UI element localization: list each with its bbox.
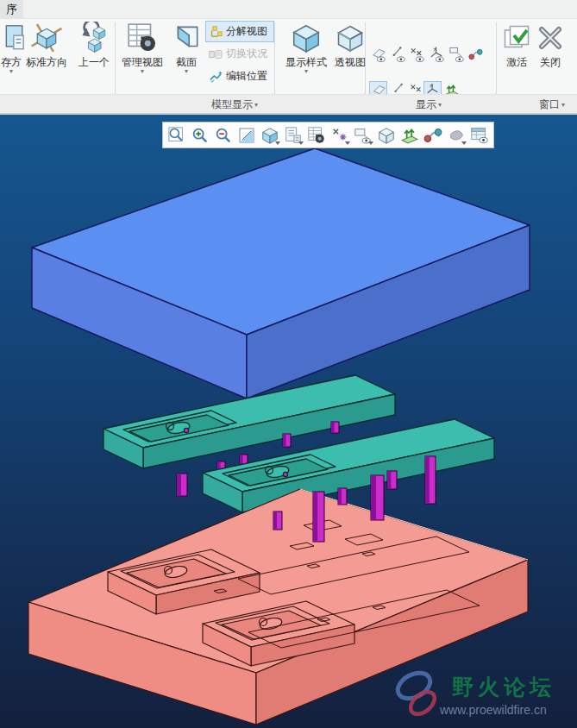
edit-position-icon [209,70,223,84]
dropdown-arrow-icon: ▾ [185,68,188,75]
watermark-title: 野火论坛 [452,673,555,701]
perspective-icon [335,21,366,55]
molded-part-cavity-1 [166,420,191,435]
repaint-icon[interactable] [235,124,258,147]
edit-position-button[interactable]: 编辑位置 [205,66,274,87]
dropdown-arrow-icon: ▾ [9,68,13,75]
explode-toggle-icon[interactable] [398,124,421,147]
view-manager-icon[interactable] [305,124,328,147]
csys-display-toggle[interactable] [428,45,446,63]
molded-part-cavity-2 [266,464,290,479]
watermark-url: www.proewildfire.cn [440,703,547,717]
display-style-cube-icon[interactable] [259,124,281,147]
group-label-display[interactable]: 显示 [416,97,442,112]
exploded-assembly [0,115,577,728]
manage-views-icon [126,21,159,55]
annotation-display-toggle[interactable] [448,45,466,63]
in-graphics-toolbar [162,122,494,148]
component-interface-icon[interactable] [422,124,444,147]
spin-center-icon[interactable] [375,124,398,147]
manage-views-button[interactable]: 管理视图 ▾ [119,21,166,93]
switch-state-icon [209,47,223,61]
switch-state-button: 切换状况 [205,43,274,65]
interface-display-toggle[interactable] [467,45,485,63]
perspective-button[interactable]: 透视图 [331,21,369,93]
previous-view-button[interactable]: 上一个 [74,21,114,93]
tab-fragment[interactable]: 序 [0,0,23,19]
zoom-out-icon[interactable] [212,124,235,147]
ribbon: 存方 ▾ 标准方向 [0,19,577,115]
plane-display-toggle[interactable] [369,45,387,63]
ribbon-tab-bar: 序 [0,0,577,19]
appearance-icon[interactable] [445,124,467,147]
simulation-display-icon[interactable] [468,124,491,147]
exploded-view-button[interactable]: 分解视图 [205,21,274,42]
datum-display-filter-icon[interactable] [329,124,351,147]
dropdown-arrow-icon: ▾ [304,68,308,75]
section-button[interactable]: 截面 ▾ [167,21,205,93]
display-style-button[interactable]: 显示样式 ▾ [281,21,331,93]
close-window-button[interactable]: 关闭 [533,21,568,93]
creo-window: 序 存方 ▾ 标准方向 [0,0,577,728]
zoom-in-icon[interactable] [189,124,211,147]
close-icon [536,21,565,55]
exploded-view-icon [209,25,223,39]
axis-display-toggle[interactable] [389,45,407,63]
group-label-model-display[interactable]: 模型显示 [211,97,258,112]
standard-orientation-icon [30,21,63,55]
group-label-strip: 模型显示 显示 窗口 [0,94,577,113]
graphics-viewport[interactable]: 野火论坛 www.proewildfire.cn [0,115,577,728]
saved-view-list-icon[interactable] [282,124,304,147]
group-label-window[interactable]: 窗口 [539,97,565,112]
activate-button[interactable]: 激活 [499,21,535,93]
standard-orientation-button[interactable]: 标准方向 [19,21,74,93]
dropdown-arrow-icon: ▾ [141,68,144,75]
watermark: 野火论坛 www.proewildfire.cn [390,667,575,727]
wildfire-logo-icon [392,667,445,722]
zoom-window-icon[interactable] [166,124,188,147]
previous-view-icon [78,21,110,55]
point-display-toggle[interactable] [408,45,426,63]
annotation-display-icon[interactable] [352,124,374,147]
top-clamp-plate[interactable] [32,148,530,399]
display-style-icon [290,21,323,55]
activate-icon [501,21,532,55]
section-icon [170,21,203,55]
model-display-stack: 分解视图 切换状况 编辑位置 [205,21,274,87]
